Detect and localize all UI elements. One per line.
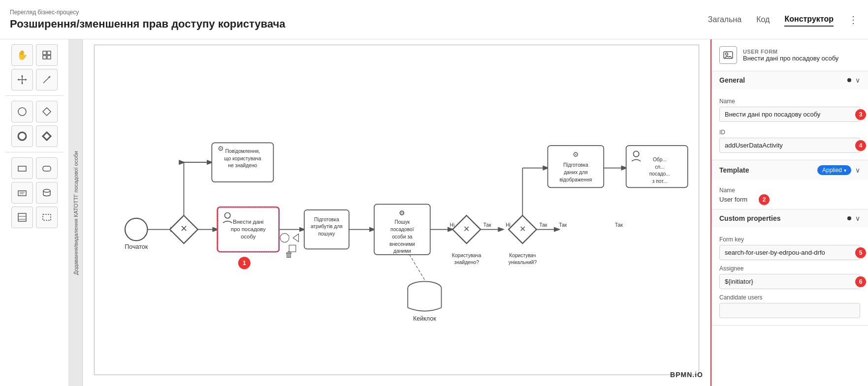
candidate-users-input[interactable] <box>719 303 860 318</box>
thick-diamond-tool-button[interactable] <box>36 125 58 147</box>
svg-text:Користувач: Користувач <box>509 253 536 258</box>
pool-label: Додавання/видалення КАТОТТГ посадової ос… <box>69 39 83 386</box>
nav-general[interactable]: Загальна <box>708 13 741 26</box>
toolbar-row-2 <box>5 69 64 90</box>
nav-constructor[interactable]: Конструктор <box>784 13 834 27</box>
svg-text:пошуку: пошуку <box>318 231 335 237</box>
svg-text:Кейклок: Кейклок <box>413 315 436 322</box>
svg-point-14 <box>18 132 26 140</box>
task-tool-button[interactable] <box>11 182 33 204</box>
element-type-label: USER FORM <box>743 49 838 55</box>
hand-tool-button[interactable]: ✋ <box>11 44 33 66</box>
svg-marker-9 <box>25 79 27 81</box>
bpmn-watermark: BPMN.iO <box>670 371 703 379</box>
svg-rect-0 <box>43 51 46 55</box>
svg-rect-64 <box>304 210 349 249</box>
svg-text:🗑: 🗑 <box>285 250 293 259</box>
svg-text:унікальний?: унікальний? <box>509 260 537 265</box>
thick-circle-tool-button[interactable] <box>11 125 33 147</box>
form-key-row: 5 <box>719 245 860 260</box>
badge-3: 3 <box>855 109 866 120</box>
svg-text:з пот...: з пот... <box>652 178 668 184</box>
svg-rect-3 <box>47 56 51 59</box>
svg-text:✕: ✕ <box>519 225 526 233</box>
rect-tool-button[interactable] <box>11 157 33 179</box>
custom-props-section-header[interactable]: Custom properties ∨ <box>711 209 868 227</box>
form-key-label: Form key <box>719 236 860 243</box>
svg-text:знайдено?: знайдено? <box>454 260 479 265</box>
custom-props-chevron-icon[interactable]: ∨ <box>855 214 860 222</box>
assignee-row: 6 <box>719 274 860 289</box>
svg-rect-27 <box>43 214 51 220</box>
general-section-body: Name 3 ID 4 <box>711 89 868 160</box>
diamond-tool-button[interactable] <box>36 101 58 122</box>
svg-marker-6 <box>21 75 23 77</box>
template-name-row: User form 2 <box>719 196 860 203</box>
svg-text:Підготовка: Підготовка <box>314 217 339 222</box>
svg-rect-2 <box>43 56 46 59</box>
form-key-input[interactable] <box>719 245 860 260</box>
toolbar-row-1: ✋ <box>5 44 64 66</box>
svg-text:1: 1 <box>243 260 246 267</box>
svg-text:Повідомлення,: Повідомлення, <box>225 148 260 154</box>
svg-text:посадової: посадової <box>390 227 414 232</box>
name-input[interactable] <box>719 107 860 122</box>
svg-text:даних для: даних для <box>564 170 587 175</box>
template-chevron-icon[interactable]: ∨ <box>855 166 860 174</box>
template-applied-badge[interactable]: Applied ▾ <box>817 165 851 175</box>
svg-text:Так: Так <box>483 222 491 228</box>
bpmn-canvas-area[interactable]: Додавання/видалення КАТОТТГ посадової ос… <box>69 39 710 386</box>
subprocess-tool-button[interactable] <box>36 207 58 228</box>
nav-code[interactable]: Код <box>756 13 770 26</box>
bpmn-diagram[interactable]: Початок ✕ Внести дані про посадову особу… <box>83 39 710 386</box>
select-tool-button[interactable] <box>36 44 58 66</box>
panel-header-info: USER FORM Внести дані про посадову особу <box>743 49 838 62</box>
svg-text:Так: Так <box>615 222 623 228</box>
more-options-icon[interactable]: ⋮ <box>848 14 858 26</box>
svg-point-21 <box>43 189 50 192</box>
svg-text:Підготовка: Підготовка <box>563 162 588 168</box>
custom-properties-section: Custom properties ∨ Form key 5 Assignee … <box>711 209 868 326</box>
applied-chevron-icon[interactable]: ▾ <box>844 168 846 173</box>
id-input[interactable] <box>719 138 860 153</box>
toolbar-row-4 <box>5 125 64 147</box>
svg-point-12 <box>18 108 26 116</box>
header-nav: Загальна Код Конструктор ⋮ <box>708 13 858 27</box>
svg-text:⚙: ⚙ <box>399 209 405 217</box>
svg-marker-15 <box>43 132 51 140</box>
svg-text:особу: особу <box>241 234 256 239</box>
svg-text:даними: даними <box>393 248 411 254</box>
svg-text:відображення: відображення <box>559 177 592 182</box>
svg-text:✕: ✕ <box>180 224 188 234</box>
template-section-body: Name User form 2 <box>711 180 868 209</box>
svg-text:Обр...: Обр... <box>653 157 667 162</box>
move-tool-button[interactable] <box>11 69 33 90</box>
toolbar: ✋ <box>0 39 69 386</box>
general-section-title: General <box>719 76 745 84</box>
badge-4: 4 <box>855 140 866 151</box>
template-section-header[interactable]: Template Applied ▾ ∨ <box>711 160 868 180</box>
assignee-input[interactable] <box>719 274 860 289</box>
svg-text:Початок: Початок <box>125 243 148 250</box>
user-form-value: User form <box>719 196 747 203</box>
toolbar-divider-2 <box>5 152 64 152</box>
connect-tool-button[interactable] <box>36 69 58 90</box>
custom-props-body: Form key 5 Assignee 6 Candidate users <box>711 227 868 325</box>
svg-point-106 <box>726 53 728 56</box>
svg-text:сп...: сп... <box>655 164 664 170</box>
svg-point-43 <box>125 218 147 240</box>
badge-2: 2 <box>759 194 770 205</box>
header-left: Перегляд бізнес-процесу Розширення/зменш… <box>10 9 286 30</box>
custom-props-dot <box>847 216 851 220</box>
general-section: General ∨ Name 3 ID 4 <box>711 71 868 160</box>
svg-text:внесеними: внесеними <box>389 241 415 247</box>
svg-text:атрибутів для: атрибутів для <box>311 224 343 229</box>
data-store-tool-button[interactable] <box>36 182 58 204</box>
general-section-header[interactable]: General ∨ <box>711 71 868 89</box>
rounded-rect-tool-button[interactable] <box>36 157 58 179</box>
svg-rect-18 <box>18 191 26 196</box>
general-chevron-icon[interactable]: ∨ <box>855 76 860 84</box>
lane-tool-button[interactable] <box>11 207 33 228</box>
circle-tool-button[interactable] <box>11 101 33 122</box>
toolbar-row-5 <box>5 157 64 179</box>
